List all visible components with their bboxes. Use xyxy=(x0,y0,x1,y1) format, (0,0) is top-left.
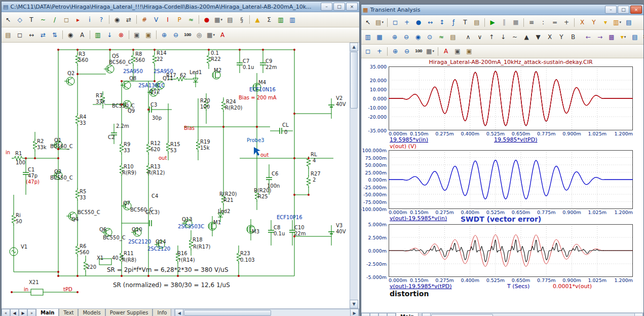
scroll-right-arrow-icon[interactable]: ▶ xyxy=(634,313,643,316)
pages-icon[interactable]: ▥▾ xyxy=(612,17,623,28)
minimize-button[interactable]: – xyxy=(321,3,332,11)
zoom-in-icon[interactable]: ⊕ xyxy=(389,31,400,43)
zoom-percent-icon[interactable]: 100 xyxy=(413,46,424,57)
minimize-button[interactable]: – xyxy=(605,6,617,14)
scale-mode-icon[interactable]: ◻ xyxy=(390,17,401,28)
scroll-down-arrow-icon[interactable]: ▼ xyxy=(350,300,358,308)
push-down-icon[interactable]: ↓ xyxy=(104,29,115,41)
text-mode-icon[interactable]: T xyxy=(460,17,471,28)
cursor-mode-icon[interactable]: + xyxy=(401,17,412,28)
schematic-horizontal-scrollbar[interactable]: ◀ ▶ xyxy=(174,309,359,316)
diagonal-wire-mode-icon[interactable]: / xyxy=(49,14,60,25)
schematic-titlebar[interactable]: ▤ C:\MC11\DATA\Petrov\Hiraga\Hiraga_Late… xyxy=(2,2,359,12)
currents-icon[interactable]: I xyxy=(162,14,173,25)
analysis-icon[interactable]: Σ xyxy=(263,14,275,25)
vertical-tag-icon[interactable]: ↕ xyxy=(436,17,447,28)
performance-tag-icon[interactable]: ƒ xyxy=(448,17,459,28)
tab-power-supplies[interactable]: Power Supplies xyxy=(105,309,153,316)
copy-to-stack-icon[interactable]: ▣ xyxy=(131,29,142,41)
sheet-info-icon[interactable]: ▥ xyxy=(287,14,298,25)
paste-page-icon[interactable]: ▣ xyxy=(464,46,475,57)
find-text-icon[interactable]: A xyxy=(77,29,88,41)
select-area-icon[interactable]: ◻ xyxy=(14,29,25,41)
page-icon[interactable]: ▥ xyxy=(92,29,103,41)
panes-icon[interactable]: ▥ xyxy=(362,31,373,43)
tile-icon[interactable]: ▦ xyxy=(374,31,385,43)
inflection-icon[interactable]: ~ xyxy=(509,31,520,43)
horizontal-tag-icon[interactable]: ↔ xyxy=(425,17,436,28)
prev-tab-button[interactable]: ◀ xyxy=(10,309,19,316)
tag-menu-icon[interactable]: ▾ xyxy=(600,17,611,28)
point-tag-icon[interactable]: ● xyxy=(413,17,424,28)
tab-info[interactable]: Info xyxy=(153,309,171,316)
horizontal-scroll-thumb[interactable] xyxy=(184,310,271,316)
scroll-up-arrow-icon[interactable]: ▲ xyxy=(350,43,358,51)
warning-icon[interactable]: ▲ xyxy=(252,14,263,25)
zoom-out-icon[interactable]: ⊖ xyxy=(401,31,412,43)
font-icon[interactable]: A xyxy=(217,29,228,41)
go-to-x-icon[interactable]: X xyxy=(577,17,588,28)
properties-icon[interactable]: ▤ xyxy=(3,29,14,41)
ruler-icon[interactable]: = xyxy=(549,17,560,28)
help-mode-icon[interactable]: ? xyxy=(96,14,107,25)
scroll-left-arrow-icon[interactable]: ◀ xyxy=(175,309,183,316)
conditions-icon[interactable]: ≈ xyxy=(185,14,197,25)
tab-text[interactable]: Text xyxy=(59,309,78,316)
vertical-scroll-thumb[interactable] xyxy=(350,52,358,109)
last-tab-button[interactable]: » xyxy=(387,313,396,316)
node-voltages-icon[interactable]: V xyxy=(150,14,162,25)
watch-icon[interactable]: ▤ xyxy=(629,31,640,43)
text-mode-icon[interactable]: T xyxy=(26,14,37,25)
next-tab-button[interactable]: ▶ xyxy=(378,313,387,316)
maximize-button[interactable]: □ xyxy=(618,6,629,14)
graphics-mode-icon[interactable]: ◻ xyxy=(61,14,72,25)
next-tab-button[interactable]: ▶ xyxy=(19,309,27,316)
zoom-in-icon[interactable]: ⊕ xyxy=(390,46,401,57)
close-button[interactable]: × xyxy=(630,6,642,14)
tokens-icon[interactable]: : xyxy=(538,17,549,28)
go-to-y-icon[interactable]: Y xyxy=(556,31,567,43)
data-points-icon[interactable]: ≡ xyxy=(526,17,537,28)
select-mode-icon[interactable]: ↖ xyxy=(362,17,373,28)
prev-tab-button[interactable]: ◀ xyxy=(370,313,378,316)
go-to-x-icon[interactable]: X xyxy=(544,31,555,43)
menu-dropdown-icon[interactable]: ▾▾ xyxy=(618,31,629,43)
plus-mark-icon[interactable]: + xyxy=(561,17,572,28)
scroll-right-arrow-icon[interactable]: ▶ xyxy=(350,309,359,316)
repeat-find-icon[interactable]: ⇄ xyxy=(123,14,134,25)
font-icon[interactable]: A xyxy=(440,46,451,57)
horizontal-scroll-thumb[interactable] xyxy=(431,314,493,316)
grid-icon[interactable]: ▦▾ xyxy=(213,14,224,25)
paste-from-stack-icon[interactable]: ▣ xyxy=(143,29,154,41)
edit-icon[interactable]: ▤ xyxy=(447,31,459,43)
find-icon[interactable]: ◉ xyxy=(111,14,123,25)
clip-right-icon[interactable]: → xyxy=(594,31,605,43)
peak-icon[interactable]: ∧ xyxy=(463,31,474,43)
analysis-horizontal-scrollbar[interactable]: ◀ ▶ xyxy=(422,313,643,316)
zoom-out-icon[interactable]: ⊖ xyxy=(401,46,412,57)
grid-menu-icon[interactable]: ▦▾ xyxy=(205,29,216,41)
title-block-icon[interactable]: § xyxy=(236,14,247,25)
accumulate-icon[interactable]: ▩ xyxy=(606,31,617,43)
numeric-output-icon[interactable]: ▤ xyxy=(623,17,634,28)
pause-icon[interactable]: ‖ xyxy=(499,17,510,28)
plot-3-canvas[interactable] xyxy=(389,224,633,277)
component-mode-icon[interactable]: ◇ xyxy=(14,14,25,25)
close-button[interactable]: × xyxy=(346,3,358,11)
grid-menu-icon[interactable]: ▦▾ xyxy=(425,46,436,57)
select-zoom-icon[interactable]: ◻ xyxy=(362,46,373,57)
autoscale-icon[interactable]: ≈ xyxy=(436,31,447,43)
maximize-button[interactable]: □ xyxy=(333,3,345,11)
analysis-titlebar[interactable]: ▦ Transient Analysis – □ × xyxy=(361,5,643,15)
node-numbers-icon[interactable]: # xyxy=(139,14,150,25)
info-mode-icon[interactable]: i xyxy=(84,14,95,25)
copy-page-icon[interactable]: ▣ xyxy=(452,46,463,57)
first-tab-button[interactable]: « xyxy=(361,313,370,316)
border-icon[interactable]: ▤ xyxy=(224,14,236,25)
zoom-out-icon[interactable]: ⊖ xyxy=(170,29,181,41)
stop-icon[interactable]: ⊗ xyxy=(116,29,127,41)
run-icon[interactable]: ▶ xyxy=(487,17,498,28)
magnify-icon[interactable]: ◉ xyxy=(412,31,424,43)
pan-icon[interactable]: + xyxy=(374,46,385,57)
tab-models[interactable]: Models xyxy=(78,309,105,316)
